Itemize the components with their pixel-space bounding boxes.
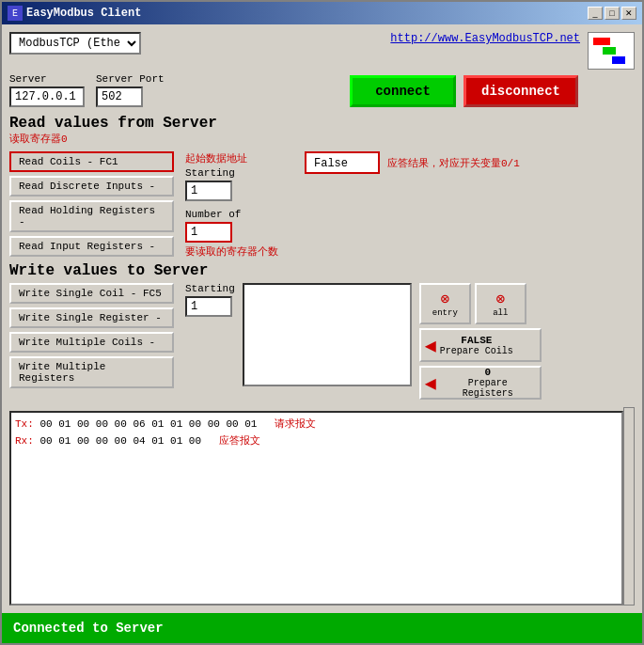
server-field: Server bbox=[9, 73, 85, 107]
connect-button[interactable]: connect bbox=[350, 75, 456, 107]
response-label: 应答结果，对应开关变量0/1 bbox=[387, 156, 520, 170]
response-value: False bbox=[305, 151, 380, 174]
clear-entry-label: entry bbox=[432, 308, 458, 318]
rx-annotation: 应答报文 bbox=[219, 435, 260, 447]
prepare-registers-label: Prepare Registers bbox=[440, 378, 536, 399]
title-bar-left: E EasyModbus Client bbox=[8, 6, 141, 21]
write-section: Write values to Server Write Single Coil… bbox=[9, 262, 635, 400]
log-wrapper: Tx: 00 01 00 00 00 06 01 01 00 00 00 01 … bbox=[9, 407, 635, 606]
port-label: Server Port bbox=[96, 73, 165, 85]
read-buttons: Read Coils - FC1 Read Discrete Inputs - … bbox=[9, 151, 174, 259]
protocol-area: ModbusTCP (Ethernet) bbox=[9, 32, 141, 55]
prepare-coils-value: FALSE bbox=[440, 335, 513, 346]
read-params: 起始数据地址 Starting Number of 要读取的寄存器个数 bbox=[185, 151, 278, 259]
read-input-registers-button[interactable]: Read Input Registers - bbox=[9, 236, 174, 257]
protocol-dropdown[interactable]: ModbusTCP (Ethernet) bbox=[9, 32, 141, 55]
server-label: Server bbox=[9, 73, 85, 85]
main-window: E EasyModbus Client _ □ ✕ ModbusTCP (Eth… bbox=[0, 0, 644, 645]
read-section: Read values from Server 读取寄存器0 Read Coil… bbox=[9, 111, 635, 259]
prepare-registers-text: 0 Prepare Registers bbox=[440, 367, 536, 399]
clear-all-button[interactable]: ⊗ all bbox=[475, 283, 526, 324]
title-buttons: _ □ ✕ bbox=[588, 7, 636, 20]
tx-log-line: Tx: 00 01 00 00 00 06 01 01 00 00 00 01 … bbox=[15, 417, 618, 433]
port-input[interactable] bbox=[96, 87, 143, 107]
write-starting-label: Starting bbox=[185, 283, 235, 294]
write-multiple-registers-button[interactable]: Write Multiple Registers bbox=[9, 356, 174, 388]
rx-value: 00 01 00 00 00 04 01 01 00 bbox=[39, 435, 201, 447]
maximize-button[interactable]: □ bbox=[605, 7, 620, 20]
write-multiple-coils-button[interactable]: Write Multiple Coils - bbox=[9, 332, 174, 353]
rx-label: Rx: bbox=[15, 435, 39, 447]
number-input[interactable] bbox=[185, 222, 232, 243]
write-buttons: Write Single Coil - FC5 Write Single Reg… bbox=[9, 283, 174, 400]
log-scrollbar[interactable] bbox=[623, 407, 635, 606]
read-section-title: Read values from Server bbox=[9, 115, 217, 132]
disconnect-button[interactable]: disconnect bbox=[463, 75, 578, 107]
write-single-coil-button[interactable]: Write Single Coil - FC5 bbox=[9, 283, 174, 304]
logo-bar2 bbox=[603, 47, 616, 55]
title-bar: E EasyModbus Client _ □ ✕ bbox=[2, 2, 642, 24]
prepare-registers-value: 0 bbox=[440, 367, 536, 378]
close-button[interactable]: ✕ bbox=[621, 7, 636, 20]
prepare-coils-label: Prepare Coils bbox=[440, 346, 513, 356]
prepare-coils-button[interactable]: ◀ FALSE Prepare Coils bbox=[419, 328, 542, 362]
window-title: EasyModbus Client bbox=[26, 7, 141, 20]
server-input[interactable] bbox=[9, 87, 85, 107]
prepare-registers-button[interactable]: ◀ 0 Prepare Registers bbox=[419, 366, 542, 400]
write-single-register-button[interactable]: Write Single Register - bbox=[9, 307, 174, 328]
prepare-coils-arrow-icon: ◀ bbox=[425, 334, 436, 357]
logo-box bbox=[588, 32, 635, 70]
write-section-title: Write values to Server bbox=[9, 262, 208, 279]
app-icon: E bbox=[8, 6, 23, 21]
starting-sub-label: Starting bbox=[185, 167, 278, 179]
status-text: Connected to Server bbox=[13, 621, 164, 636]
rx-log-line: Rx: 00 01 00 00 00 04 01 01 00 应答报文 bbox=[15, 433, 618, 450]
read-coils-button[interactable]: Read Coils - FC1 bbox=[9, 151, 174, 172]
clear-all-icon: ⊗ bbox=[495, 290, 505, 308]
clear-entry-icon: ⊗ bbox=[440, 290, 449, 308]
tx-annotation: 请求报文 bbox=[275, 418, 316, 430]
prepare-coils-text: FALSE Prepare Coils bbox=[440, 335, 513, 356]
log-area: Tx: 00 01 00 00 00 06 01 01 00 00 00 01 … bbox=[9, 411, 623, 606]
main-content: ModbusTCP (Ethernet) http://www.EasyModb… bbox=[2, 24, 642, 613]
write-starting-input[interactable] bbox=[185, 296, 232, 317]
port-field: Server Port bbox=[96, 73, 165, 107]
write-text-area[interactable] bbox=[243, 283, 412, 386]
header-right: http://www.EasyModbusTCP.net bbox=[390, 32, 635, 70]
website-link[interactable]: http://www.EasyModbusTCP.net bbox=[390, 32, 580, 45]
minimize-button[interactable]: _ bbox=[588, 7, 603, 20]
logo-bar3 bbox=[612, 56, 625, 64]
read-holding-registers-button[interactable]: Read Holding Registers - bbox=[9, 200, 174, 232]
number-label: Number of bbox=[185, 209, 278, 220]
tx-label: Tx: bbox=[15, 418, 39, 430]
number-sub-label: 要读取的寄存器个数 bbox=[185, 244, 278, 259]
status-bar: Connected to Server bbox=[2, 613, 642, 643]
tx-value: 00 01 00 00 00 06 01 01 00 00 00 01 bbox=[39, 418, 257, 430]
write-controls: ⊗ entry ⊗ all ◀ FALSE Prepare Coils bbox=[419, 283, 542, 400]
logo-bar1 bbox=[593, 38, 610, 45]
read-section-subtitle: 读取寄存器0 bbox=[9, 134, 68, 145]
starting-input[interactable] bbox=[185, 181, 232, 201]
prepare-registers-arrow-icon: ◀ bbox=[425, 371, 436, 395]
response-area: False 应答结果，对应开关变量0/1 bbox=[305, 151, 520, 259]
read-discrete-inputs-button[interactable]: Read Discrete Inputs - bbox=[9, 176, 174, 197]
clear-entry-button[interactable]: ⊗ entry bbox=[419, 283, 471, 324]
starting-label: 起始数据地址 bbox=[185, 151, 278, 165]
clear-all-label: all bbox=[493, 308, 508, 318]
